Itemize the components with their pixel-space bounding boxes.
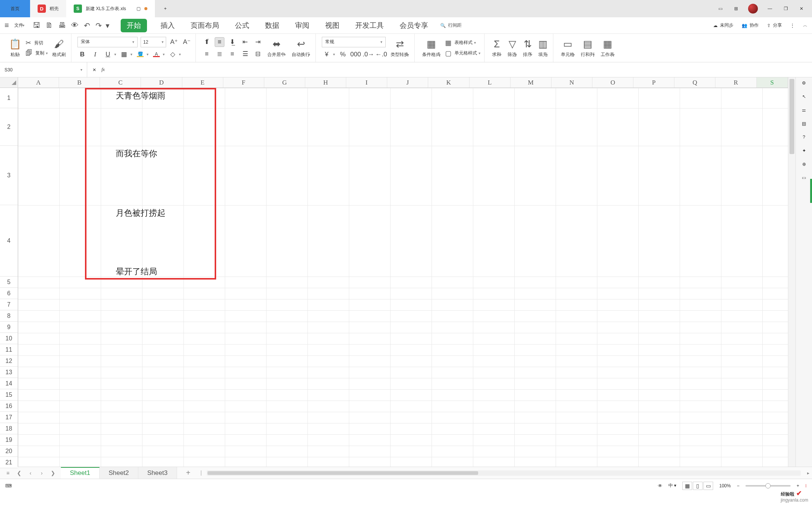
cell-area[interactable]: 天青色等烟雨而我在等你月色被打捞起晕开了结局 — [18, 88, 788, 467]
layout-icon[interactable]: ▭ — [717, 5, 724, 12]
save-as-icon[interactable]: 🗎 — [45, 21, 53, 30]
undo-icon[interactable]: ↶ — [84, 21, 90, 30]
horizontal-scrollbar[interactable] — [207, 470, 801, 476]
col-header-B[interactable]: B — [59, 77, 100, 88]
zoom-value[interactable]: 100% — [719, 483, 731, 488]
conditional-format-button[interactable]: ▦条件格式▾ — [421, 38, 442, 58]
name-box[interactable]: S30▾ — [0, 62, 87, 77]
status-mode-icon[interactable]: ⌨ — [5, 483, 12, 488]
col-header-I[interactable]: I — [346, 77, 387, 88]
assistant-icon[interactable]: ⚙ — [802, 80, 806, 86]
filter-button[interactable]: ▽筛选▾ — [506, 38, 518, 58]
collab-button[interactable]: 👥协作 — [742, 22, 759, 29]
justify-icon[interactable]: ☰ — [240, 49, 250, 59]
row-header-9[interactable]: 9 — [0, 322, 18, 333]
underline-button[interactable]: U — [103, 50, 113, 59]
ribbon-tab-4[interactable]: 数据 — [263, 19, 282, 32]
status-more-icon[interactable]: ⁞ — [805, 483, 807, 488]
row-header-10[interactable]: 10 — [0, 333, 18, 344]
sheet-add-button[interactable]: + — [177, 467, 200, 479]
sync-status[interactable]: ☁未同步 — [713, 22, 733, 29]
align-center-icon[interactable]: ≣ — [215, 49, 224, 59]
format-painter-button[interactable]: 🖌格式刷 — [51, 38, 67, 58]
ribbon-tab-2[interactable]: 页面布局 — [188, 19, 221, 32]
italic-button[interactable]: I — [90, 50, 100, 59]
save-icon[interactable]: 🖫 — [33, 21, 40, 30]
row-header-11[interactable]: 11 — [0, 344, 18, 355]
sheet-last-icon[interactable]: ❯ — [48, 468, 58, 478]
row-header-2[interactable]: 2 — [0, 108, 18, 146]
distribute-icon[interactable]: ⊟ — [253, 49, 263, 59]
increase-decimal-icon[interactable]: .0→ — [364, 50, 373, 59]
align-left-icon[interactable]: ≡ — [202, 49, 212, 59]
indent-increase-icon[interactable]: ⇥ — [253, 37, 263, 47]
currency-icon[interactable]: ¥ — [322, 50, 332, 59]
col-header-L[interactable]: L — [470, 77, 511, 88]
font-color-button[interactable]: A — [151, 50, 161, 59]
vertical-scrollbar[interactable] — [788, 77, 795, 467]
percent-icon[interactable]: % — [338, 50, 348, 59]
increase-font-icon[interactable]: A⁺ — [169, 37, 179, 47]
row-header-12[interactable]: 12 — [0, 355, 18, 367]
hamburger-icon[interactable]: ≡ — [5, 21, 9, 30]
col-header-P[interactable]: P — [633, 77, 674, 88]
col-header-M[interactable]: M — [511, 77, 551, 88]
border-button[interactable]: ▦ — [119, 50, 129, 59]
row-header-13[interactable]: 13 — [0, 367, 18, 378]
book-icon[interactable]: ▭ — [802, 175, 806, 180]
sum-button[interactable]: Σ求和▾ — [491, 38, 503, 58]
font-size-select[interactable]: 12▾ — [141, 37, 166, 47]
row-header-21[interactable]: 21 — [0, 457, 18, 468]
wrap-text-button[interactable]: ↩自动换行▾ — [290, 38, 312, 58]
sheet-tab-Sheet3[interactable]: Sheet3 — [138, 467, 177, 479]
view-break-icon[interactable]: ▭ — [703, 482, 713, 490]
ribbon-tab-3[interactable]: 公式 — [233, 19, 251, 32]
window-minimize-icon[interactable]: — — [766, 5, 774, 12]
sheet-list-icon[interactable]: ≡ — [3, 468, 13, 478]
ribbon-tab-0[interactable]: 开始 — [121, 19, 147, 32]
decrease-font-icon[interactable]: A⁻ — [182, 37, 192, 47]
qat-more-icon[interactable]: ▾ — [106, 21, 109, 30]
search-box[interactable]: 🔍 行间距 — [440, 22, 462, 29]
align-bottom-icon[interactable]: ⬇̲ — [227, 37, 237, 47]
bold-button[interactable]: B — [77, 50, 87, 59]
hscroll-right-icon[interactable]: ▸ — [804, 470, 812, 476]
more-panel-icon[interactable]: ⊕ — [802, 162, 806, 167]
row-header-16[interactable]: 16 — [0, 401, 18, 412]
print-preview-icon[interactable]: 👁 — [71, 21, 79, 30]
col-header-F[interactable]: F — [223, 77, 264, 88]
sheet-tab-Sheet2[interactable]: Sheet2 — [100, 467, 138, 479]
col-header-Q[interactable]: Q — [674, 77, 715, 88]
sheet-next-icon[interactable]: › — [37, 468, 47, 478]
row-header-1[interactable]: 1 — [0, 88, 18, 108]
lang-icon[interactable]: 中 ▾ — [668, 482, 676, 489]
col-header-G[interactable]: G — [264, 77, 305, 88]
row-header-3[interactable]: 3 — [0, 146, 18, 205]
thousands-icon[interactable]: 000 — [351, 50, 361, 59]
col-header-A[interactable]: A — [18, 77, 59, 88]
row-header-15[interactable]: 15 — [0, 389, 18, 401]
row-header-19[interactable]: 19 — [0, 434, 18, 446]
ribbon-tab-6[interactable]: 视图 — [323, 19, 342, 32]
row-header-5[interactable]: 5 — [0, 277, 18, 288]
align-top-icon[interactable]: ⬆̄ — [202, 37, 212, 47]
row-header-6[interactable]: 6 — [0, 288, 18, 299]
ribbon-tab-8[interactable]: 会员专享 — [397, 19, 430, 32]
tab-doke[interactable]: D 稻壳 — [30, 0, 66, 17]
sheet-prev-icon[interactable]: ‹ — [26, 468, 35, 478]
cancel-fx-icon[interactable]: ✕ — [92, 67, 96, 73]
settings-slider-icon[interactable]: ⚌ — [802, 107, 806, 113]
cut-button[interactable]: ✂剪切 — [26, 39, 48, 47]
cells-button[interactable]: ▭单元格▾ — [559, 38, 576, 58]
sheet-first-icon[interactable]: ❮ — [14, 468, 24, 478]
ribbon-collapse-icon[interactable]: ︿ — [803, 22, 807, 29]
share-button[interactable]: ⇪分享 — [767, 22, 782, 29]
view-page-icon[interactable]: ▯ — [693, 482, 703, 490]
align-right-icon[interactable]: ≡ — [227, 49, 237, 59]
paste-button[interactable]: 📋粘贴▾ — [8, 38, 23, 58]
number-format-select[interactable]: 常规▾ — [322, 37, 386, 47]
copy-button[interactable]: 🗐复制▾ — [26, 49, 48, 57]
layout-panel-icon[interactable]: ▤ — [802, 121, 806, 126]
template-icon[interactable]: ✦ — [802, 148, 806, 153]
col-header-E[interactable]: E — [182, 77, 223, 88]
